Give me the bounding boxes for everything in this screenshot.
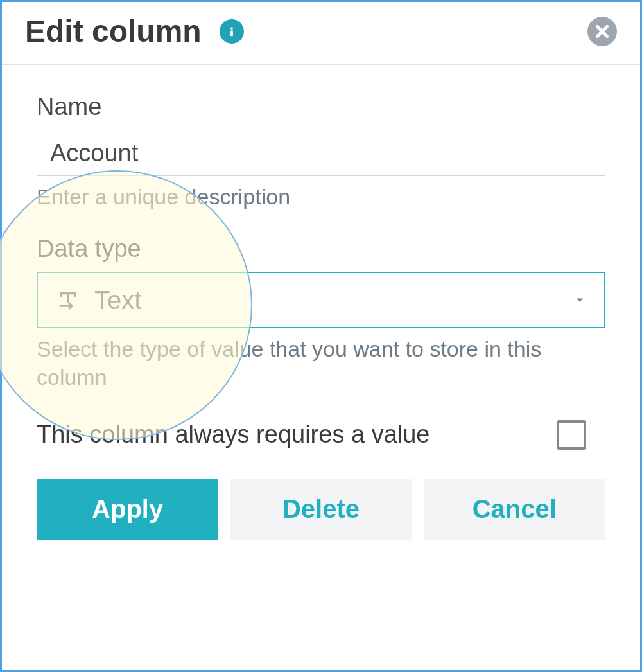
name-hint: Enter a unique description <box>37 182 605 211</box>
name-label: Name <box>37 93 605 121</box>
edit-column-dialog: Edit column Name Enter a unique descript… <box>0 0 642 672</box>
dialog-header: Edit column <box>2 2 640 65</box>
text-type-icon <box>56 288 80 312</box>
name-field-group: Name Enter a unique description <box>37 93 605 211</box>
datatype-select[interactable]: Text <box>37 272 605 328</box>
dialog-body: Name Enter a unique description Data typ… <box>2 65 640 540</box>
datatype-value: Text <box>94 286 141 315</box>
close-icon[interactable] <box>587 17 617 46</box>
datatype-hint: Select the type of value that you want t… <box>37 335 605 391</box>
required-field-row: This column always requires a value <box>37 420 605 450</box>
dialog-button-row: Apply Delete Cancel <box>37 479 605 540</box>
svg-point-0 <box>230 27 233 30</box>
datatype-field-group: Data type Text <box>37 235 605 391</box>
dialog-title: Edit column <box>25 13 202 49</box>
apply-button[interactable]: Apply <box>37 479 218 540</box>
cancel-button[interactable]: Cancel <box>424 479 605 540</box>
dialog-title-wrap: Edit column <box>25 13 244 49</box>
required-checkbox[interactable] <box>557 420 586 450</box>
info-icon[interactable] <box>220 19 244 44</box>
delete-button[interactable]: Delete <box>230 479 412 540</box>
datatype-label: Data type <box>37 235 605 263</box>
caret-down-icon <box>573 294 586 306</box>
svg-rect-1 <box>230 30 233 36</box>
name-input[interactable] <box>37 130 605 176</box>
required-label: This column always requires a value <box>37 421 430 448</box>
